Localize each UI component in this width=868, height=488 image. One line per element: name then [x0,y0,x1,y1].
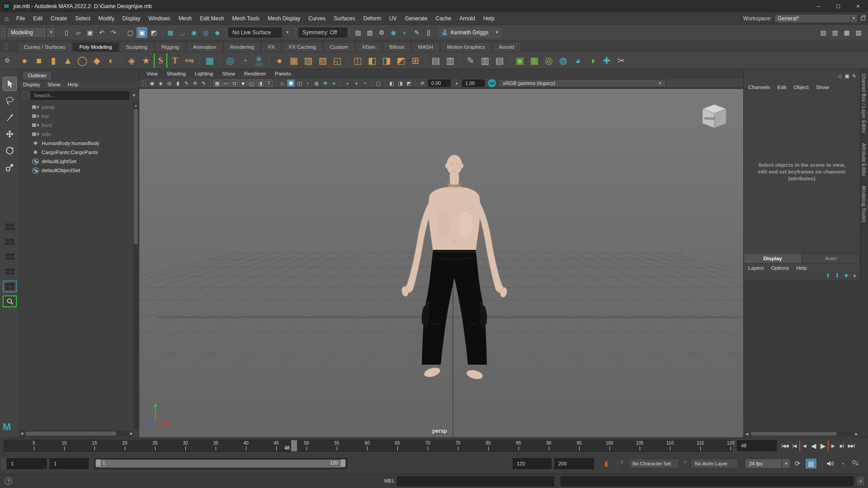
viewport-menu-show[interactable]: Show [218,71,239,76]
close-button[interactable]: × [848,0,868,12]
playback-end-field[interactable]: 120 [513,458,552,469]
range-slider[interactable]: 1 120 [94,458,347,469]
image-plane-icon[interactable]: ✎ [183,80,190,87]
scroll-right-icon[interactable]: ▶ [855,432,858,436]
screen-panel-icon[interactable]: ▣ [844,73,849,79]
outliner-menu-display[interactable]: Display [23,82,40,87]
outliner-item-defaultlightset[interactable]: defaultLightSet [19,157,134,166]
range-grip[interactable] [2,459,5,469]
poly-plane-icon[interactable]: ◆ [90,53,104,68]
plugin-shading-icon[interactable]: ◩ [405,80,413,87]
menu-select[interactable]: Select [71,12,94,25]
sync-time-icon[interactable]: ◔ [837,459,848,469]
zoom-select-layout[interactable] [4,296,16,306]
snap-curve-icon[interactable]: ◡ [177,27,188,38]
shelf-tab-fx-caching[interactable]: FX Caching [282,42,323,52]
film-gate-icon[interactable]: ▭ [222,80,230,87]
workspace-lock-icon[interactable] [861,17,865,20]
channel-box-horizontal-scrollbar[interactable]: ◀ ▶ [745,431,859,436]
live-surface-arrow-icon[interactable]: ▼ [282,27,293,38]
cut-uv-icon[interactable]: ✂ [614,53,628,68]
poly-disc-icon[interactable]: ◐ [104,53,118,68]
motion-blur-icon[interactable]: ◑ [352,80,360,87]
viewport-menu-lighting[interactable]: Lighting [191,71,217,76]
gamma-toggle-icon[interactable]: ◑ [453,80,460,87]
step-back-frame-button[interactable]: |◀ [790,441,799,451]
paint-effects-icon[interactable]: ✎ [411,27,422,38]
crease-icon[interactable]: ✚ [600,53,613,68]
select-object-icon[interactable]: ▣ [137,27,147,38]
layer-tab-anim[interactable]: Anim [802,253,860,263]
multi-cut-icon[interactable]: ✎ [464,53,477,68]
relax-icon[interactable]: ◍ [557,53,570,68]
new-empty-layer-icon[interactable]: ✚ [844,272,849,279]
color-management-toggle[interactable]: ON [488,79,496,87]
user-account-chip[interactable]: Kenneth Griggs ▼ [439,27,501,38]
shelf-tab-rigging[interactable]: Rigging [155,42,186,52]
colorspace-select[interactable]: sRGB gamma (legacy) ▼ [499,80,666,87]
shelf-tab-xgen[interactable]: XGen [355,42,382,52]
snap-center-icon[interactable]: ◎ [200,27,211,38]
fps-arrow-icon[interactable]: ▼ [782,459,790,469]
fps-select[interactable]: 24 fps [745,459,782,469]
move-layer-down-icon[interactable]: ⬇ [835,272,840,279]
channel-box-menu-show[interactable]: Show [816,84,829,90]
select-tool[interactable] [3,77,16,90]
boolean-icon[interactable]: ◱ [330,53,344,68]
sculpt-icon[interactable]: ◕ [571,53,585,68]
outliner-panel-tab[interactable]: Outliner [22,71,52,80]
exposure-reset-icon[interactable]: ⟳ [419,80,426,87]
shelf-grip[interactable] [5,43,8,49]
use-default-material-icon[interactable]: ◍ [313,80,321,87]
smooth-mesh-icon[interactable]: ● [273,53,286,68]
poly-torus-icon[interactable]: ◯ [75,53,89,68]
home-icon[interactable]: ⌂ [5,14,9,22]
lock-camera-icon[interactable]: ◈ [157,80,165,87]
range-end-handle[interactable] [340,459,346,467]
layer-menu-options[interactable]: Options [771,265,789,271]
construction-aim-icon[interactable]: ◎ [223,53,237,68]
menu-curves[interactable]: Curves [304,12,330,25]
view-cube[interactable]: FRONT [698,101,730,131]
quad-draw-icon[interactable]: ▣ [513,53,527,68]
menu-mesh-display[interactable]: Mesh Display [264,12,304,25]
poly-cone-icon[interactable]: ▲ [61,53,75,68]
step-forward-key-button[interactable]: ▶ [828,441,837,451]
current-frame-marker[interactable] [291,440,297,451]
bookmark-add-icon[interactable]: ▮+ [601,459,612,469]
lasso-tool[interactable] [3,94,16,107]
rotate-tool[interactable] [3,144,16,157]
workspace-dropdown-arrow-icon[interactable]: ▼ [850,14,858,23]
play-forwards-button[interactable]: ▶ [818,441,827,451]
evaluation-toolkit-icon[interactable] [850,459,861,469]
shelf-tab-arnold[interactable]: Arnold [492,42,521,52]
grid-toggle-icon[interactable]: ▦ [213,80,221,87]
extract-icon[interactable]: ▨ [316,53,330,68]
helix-icon[interactable]: S [154,53,167,68]
outliner-item-top[interactable]: top [19,112,134,121]
layout-four-view[interactable] [4,267,16,277]
side-tab-attribute-editor[interactable]: Attribute Editor [860,139,867,182]
mel-input[interactable] [397,476,554,486]
ipr-render-icon[interactable]: ▥ [364,27,375,38]
modeling-toolkit-icon[interactable]: ▦ [203,53,217,68]
move-tool[interactable] [3,127,16,141]
shelf-tab-curves-surfaces[interactable]: Curves / Surfaces [17,42,72,52]
layout-single-pane[interactable] [4,222,16,232]
live-surface-field[interactable]: No Live Surface [228,28,282,38]
platonic-solid-icon[interactable]: ◈ [125,53,138,68]
separate-icon[interactable]: ▧ [302,53,315,68]
lattice-icon[interactable]: ▤ [429,53,443,68]
paint-select-tool[interactable] [3,111,16,124]
lookdev-icon[interactable]: ◐ [400,27,410,38]
keyframe-time-icon[interactable]: ◔ [238,53,251,68]
shelf-tab-motion-graphics[interactable]: Motion Graphics [440,42,492,52]
animation-start-field[interactable]: 1 [7,458,47,469]
wrap-icon[interactable]: ▥ [443,53,457,68]
menu-surfaces[interactable]: Surfaces [330,12,359,25]
pin-panel-icon[interactable]: ◇ [838,73,842,79]
layout-persp-outliner[interactable] [4,282,16,291]
shelf-tab-fx[interactable]: FX [261,42,282,52]
menu-modify[interactable]: Modify [94,12,118,25]
shelf-tab-poly-modeling[interactable]: Poly Modeling [72,42,118,52]
